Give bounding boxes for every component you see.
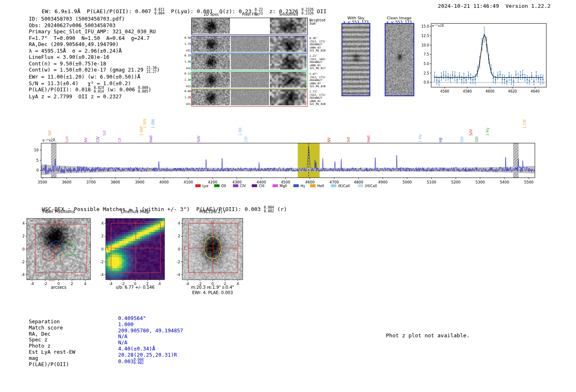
info-text: F=1.7" T=0.090 N=1.50 A=0.64 g=24.7 (29, 35, 150, 41)
legend-label: CIII (259, 184, 264, 188)
pixel-flat-image (231, 54, 269, 70)
strip-right-labels: 0.36"(553, 173)20240627v006_03321_RU_01B (309, 37, 332, 53)
legend-swatch (310, 184, 316, 187)
plae-uncertainty: 0.0110.004 (154, 8, 165, 15)
x-tick-label: -4 (30, 282, 34, 286)
match-value-text: 20.28(20.25,20.31)R (118, 352, 177, 358)
fiber-overlay: 420-2-4-4-2024NE (16, 216, 94, 289)
smoothed-image (270, 90, 307, 105)
strip-left-value: 0.50 (182, 37, 191, 40)
strip-right-value: Sum (309, 22, 332, 26)
emission-line-label: SiII (102, 130, 107, 136)
match-value-text: 1.000 (118, 321, 134, 327)
y-tick-label: 5 (36, 158, 39, 162)
data-point (470, 78, 471, 79)
info-text: P(LAE)/P(OII): 0.018 (29, 86, 94, 93)
strip-left-value: 431 (182, 85, 191, 88)
lineflux-overlay: 420-2-4-4-2024NE (95, 216, 168, 289)
match-row-value: 1.000 (118, 322, 183, 328)
plot-frame (106, 218, 165, 280)
emission-line-label: NV (84, 137, 88, 142)
timestamp-version: 2024-10-21 11:46:49 Version 1.22.2 (438, 3, 550, 9)
info-line: RA,Dec (209.905640,49.194790) (29, 41, 160, 48)
data-point (472, 79, 474, 80)
legend-label: CIV (240, 184, 246, 188)
y-tick-label: 2.5 (423, 71, 429, 75)
match-value-uncertainty: 0.0040.002 (134, 358, 144, 365)
data-point (527, 79, 528, 80)
data-point (452, 74, 453, 76)
hsc-plae-uncertainty: 0.0040.002 (264, 206, 274, 213)
y-tick-label: 0 (101, 247, 104, 251)
with-sky-image (342, 24, 369, 95)
info-text: ID: 5003458703 (5003458703.pdf) (29, 16, 125, 22)
clean-image-title: Clean Image (381, 16, 418, 20)
info-text: RA,Dec (209.905640,49.194790) (29, 41, 118, 47)
strip-right-value: 321_RU_01B (309, 103, 332, 106)
col-header-pixel-flat: Pixel Flat (231, 12, 269, 16)
match-row-label: Match score (29, 325, 75, 331)
legend-swatch (195, 184, 201, 187)
compass-east-label: E (28, 246, 30, 251)
emission-line-label: SiII (48, 130, 52, 136)
y-tick-label: -4 (21, 273, 25, 277)
x-tick-label: 2 (224, 282, 226, 286)
match-row-label: P(LAE)/P(OII) (29, 362, 75, 368)
x-tick-label: 4600 (485, 89, 495, 93)
data-point (529, 80, 530, 81)
y-tick-label: 10 (34, 148, 39, 152)
x-tick-label: 4100 (183, 180, 193, 184)
match-row-label: Photo z (29, 343, 75, 349)
emission-line-label: } OII (238, 128, 242, 136)
data-point (515, 74, 516, 75)
spec-2d-image (192, 54, 230, 70)
y-tick-label: 0 (36, 168, 39, 172)
compass-north-label: N (57, 221, 60, 225)
data-point (436, 79, 437, 81)
data-point (540, 79, 541, 80)
info-line: LyA z = 2.7799 OII z = 0.2327 (29, 93, 160, 100)
spectrum-legend: LyαOIICIVCIIIMgIIHγHeII(K)CaII(H)CaII (195, 184, 377, 188)
y-tick-label: 2 (22, 234, 25, 238)
strip-left-value: 431 (182, 103, 191, 106)
emission-line-label: NV (327, 137, 331, 142)
match-row-label: mag (29, 355, 75, 362)
compass-north-label: N (211, 221, 214, 225)
data-point (454, 76, 455, 77)
strip-right-value: 321_RU_01B (309, 85, 332, 88)
x-tick-label: 5500 (524, 180, 534, 184)
info-line: P(LAE)/P(OII): 0.018 0.0240.014 (w: 0.00… (29, 86, 160, 93)
x-tick-label: -4 (186, 282, 189, 286)
y-tick-label: 2 (101, 234, 104, 238)
legend-label: Lyα (202, 184, 209, 188)
x-tick-label: 0 (134, 282, 137, 286)
emission-line-label: OIII (475, 137, 479, 142)
clean-image-panel (385, 23, 414, 96)
match-row-value: 20.28(20.25,20.31)R (118, 352, 183, 358)
match-value-text: 0.409564" (118, 315, 146, 321)
x-tick-label: 4 (158, 282, 161, 286)
legend-label: MgII (280, 184, 287, 188)
fiber-circle (46, 269, 58, 281)
legend-label: OII (221, 184, 226, 188)
data-point (542, 79, 543, 80)
plae-ratio: P(LAE)/P(OII): 0.007 (87, 8, 154, 14)
match-row-value: 0.0030.0040.002 (118, 358, 183, 365)
info-line: ID: 5003458703 (5003458703.pdf) (29, 16, 160, 22)
x-tick-label: -4 (109, 282, 112, 286)
x-tick-label: -2 (44, 282, 47, 286)
uncertainty-sub: 0.005 (138, 90, 149, 93)
x-tick-label: 4800 (354, 180, 363, 184)
data-point (468, 75, 469, 76)
match-row-value: 209.905780, 49.194857 (118, 328, 183, 334)
data-point (465, 79, 467, 81)
fiber-circle (35, 255, 47, 267)
legend-swatch (214, 184, 220, 187)
data-point (538, 78, 539, 79)
legend-swatch (358, 184, 363, 187)
info-text: Cont(n) = 9.50(±0.75)e-18 (29, 60, 106, 67)
full-spectrum-chart: 0510350036003700380039004000410042004300… (25, 108, 555, 191)
data-point (531, 75, 532, 77)
strip-left-value: 1.26 (182, 60, 191, 64)
x-tick-label: 0 (58, 282, 60, 286)
